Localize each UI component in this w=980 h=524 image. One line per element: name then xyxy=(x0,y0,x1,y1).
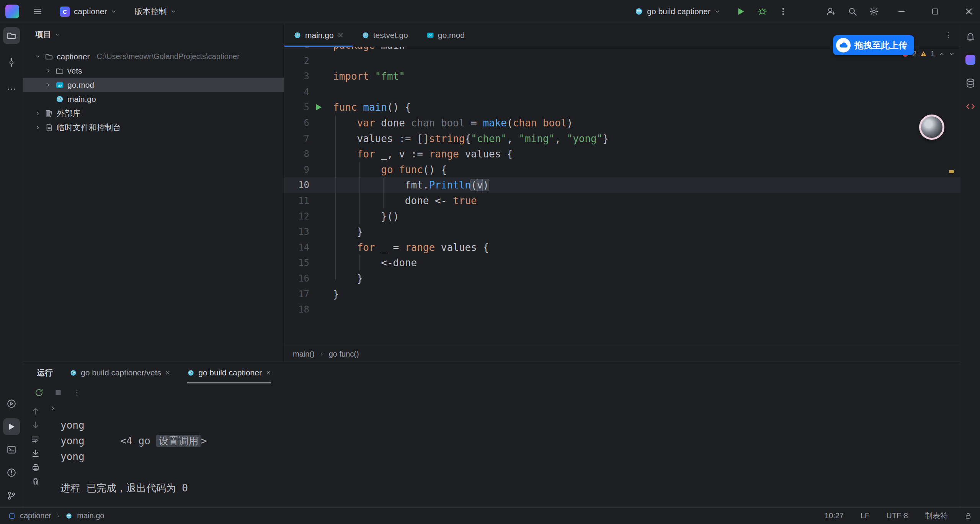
commit-tool-button[interactable] xyxy=(3,54,20,71)
stop-button[interactable] xyxy=(54,389,62,396)
editor-tab-gomod[interactable]: go go.mod xyxy=(417,23,474,47)
lock-icon[interactable] xyxy=(965,513,972,519)
tree-row-gomod[interactable]: go go.mod xyxy=(23,78,284,92)
next-problem-button[interactable] xyxy=(949,51,955,57)
code-line[interactable]: 5func main() { xyxy=(284,100,960,115)
drag-upload-overlay[interactable]: 拖拽至此上传 xyxy=(833,35,914,55)
debug-button[interactable] xyxy=(757,7,767,16)
run-configuration-selector[interactable]: go build captioner xyxy=(631,4,724,19)
gutter xyxy=(309,302,333,318)
run-more-options-button[interactable] xyxy=(73,388,81,397)
console-output[interactable]: <4 go 设置调用> yong yong yong 进程 已完成，退出代码为 … xyxy=(48,402,207,507)
code-line[interactable]: 7 values := []string{"chen", "ming", "yo… xyxy=(284,131,960,147)
tree-row-external-libraries[interactable]: 外部库 xyxy=(23,106,284,120)
maximize-button[interactable] xyxy=(924,0,946,23)
floating-assistant-ball[interactable] xyxy=(919,115,944,140)
run-line-icon[interactable] xyxy=(314,103,323,112)
status-file[interactable]: main.go xyxy=(77,511,104,520)
more-actions-button[interactable] xyxy=(779,7,788,16)
go-file-icon xyxy=(362,31,369,39)
rerun-button[interactable] xyxy=(34,388,44,397)
code-line[interactable]: 17} xyxy=(284,287,960,302)
close-button[interactable] xyxy=(958,0,980,23)
editor-tab-testvetgo[interactable]: testvet.go xyxy=(353,23,417,47)
code-line[interactable]: 9 go func() { xyxy=(284,162,960,178)
console-fold-line[interactable]: <4 go 设置调用> xyxy=(48,402,207,418)
tree-row-maingo[interactable]: main.go xyxy=(23,92,284,106)
main-menu-button[interactable] xyxy=(29,4,46,19)
line-separator[interactable]: LF xyxy=(861,511,869,520)
previous-problem-button[interactable] xyxy=(939,51,945,57)
cursor-position[interactable]: 10:27 xyxy=(825,511,844,520)
chevron-right-icon[interactable] xyxy=(46,82,51,88)
code-line[interactable]: 16 } xyxy=(284,271,960,287)
code-line[interactable]: 2 xyxy=(284,53,960,69)
run-panel-title[interactable]: 运行 xyxy=(37,362,53,383)
project-panel-header[interactable]: 项目 xyxy=(23,23,284,46)
tree-row-scratches[interactable]: 临时文件和控制台 xyxy=(23,120,284,134)
close-tab-icon[interactable] xyxy=(338,32,343,38)
code-text: var done chan bool = make(chan bool) xyxy=(333,115,573,131)
code-line[interactable]: 4 xyxy=(284,84,960,100)
project-tool-button[interactable] xyxy=(3,27,20,44)
chevron-right-icon[interactable] xyxy=(35,110,41,116)
code-line[interactable]: 3import "fmt" xyxy=(284,69,960,84)
code-line[interactable]: 10 fmt.Println(v) xyxy=(284,177,960,193)
code-line[interactable]: 6 var done chan bool = make(chan bool) xyxy=(284,115,960,131)
more-tool-windows-button[interactable] xyxy=(3,81,20,98)
code-line[interactable]: 11 done <- true xyxy=(284,193,960,209)
project-widget[interactable]: C captioner xyxy=(56,4,121,19)
clear-console-button[interactable] xyxy=(31,477,40,486)
down-stacktrace-button[interactable] xyxy=(31,421,40,430)
database-button[interactable] xyxy=(962,75,979,92)
editor-tab-maingo[interactable]: main.go xyxy=(284,23,353,47)
code-line[interactable]: 13 } xyxy=(284,224,960,240)
minimize-button[interactable] xyxy=(890,0,913,23)
fold-expand-icon[interactable] xyxy=(50,405,56,411)
goland-window: C captioner 版本控制 go build captioner xyxy=(0,0,980,524)
run-tab-captioner[interactable]: go build captioner xyxy=(187,362,271,383)
file-encoding[interactable]: UTF-8 xyxy=(886,511,908,520)
chevron-right-icon[interactable] xyxy=(35,124,41,130)
terminal-tool-button[interactable] xyxy=(3,441,20,458)
notifications-button[interactable] xyxy=(962,28,979,45)
print-button[interactable] xyxy=(31,463,40,472)
tab-options-button[interactable] xyxy=(944,23,960,47)
run-tool-button[interactable] xyxy=(3,418,20,435)
run-tab-vets[interactable]: go build captioner/vets xyxy=(70,362,170,383)
chevron-right-icon[interactable] xyxy=(46,68,51,74)
status-project[interactable]: captioner xyxy=(20,511,51,520)
close-tab-icon[interactable] xyxy=(165,370,170,375)
code-line[interactable]: 18 xyxy=(284,302,960,318)
code-editor[interactable]: 1package main23import "fmt"45func main()… xyxy=(284,47,960,346)
ai-assistant-button[interactable] xyxy=(962,51,979,68)
go-mod-icon: go xyxy=(426,31,434,39)
settings-button[interactable] xyxy=(869,7,879,16)
code-line[interactable]: 8 for _, v := range values { xyxy=(284,146,960,162)
services-tool-button[interactable] xyxy=(3,395,20,412)
chevron-down-icon[interactable] xyxy=(35,54,41,59)
code-text: }() xyxy=(333,209,399,224)
close-tab-icon[interactable] xyxy=(266,370,271,375)
code-line[interactable]: 14 for _ = range values { xyxy=(284,240,960,255)
breadcrumb-item[interactable]: main() xyxy=(293,350,315,359)
code-with-me-button[interactable] xyxy=(826,7,836,16)
up-stacktrace-button[interactable] xyxy=(31,406,40,416)
search-everywhere-button[interactable] xyxy=(848,7,858,16)
code-line[interactable]: 15 <-done xyxy=(284,255,960,271)
tree-row-vets[interactable]: vets xyxy=(23,64,284,78)
code-line[interactable]: 12 }() xyxy=(284,209,960,224)
scrollbar-warning-mark[interactable] xyxy=(949,170,954,173)
gutter xyxy=(309,193,333,209)
git-tool-button[interactable] xyxy=(3,487,20,504)
scroll-to-end-button[interactable] xyxy=(31,449,40,458)
soft-wrap-button[interactable] xyxy=(31,435,40,444)
console-fold-chip[interactable]: 设置调用 xyxy=(156,435,201,447)
indent-style[interactable]: 制表符 xyxy=(925,511,948,521)
tree-row-captioner[interactable]: captioner C:\Users\meowr\GolandProjects\… xyxy=(23,49,284,64)
run-button[interactable] xyxy=(736,7,746,16)
breadcrumb-item[interactable]: go func() xyxy=(329,350,359,359)
vcs-widget[interactable]: 版本控制 xyxy=(131,4,180,19)
endpoints-button[interactable] xyxy=(962,98,979,115)
problems-tool-button[interactable] xyxy=(3,464,20,481)
